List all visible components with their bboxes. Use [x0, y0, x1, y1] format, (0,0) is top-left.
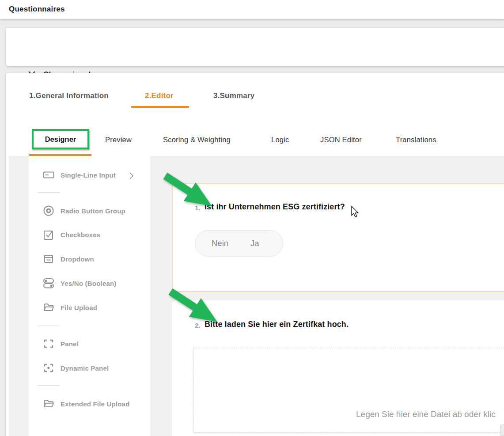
toolbox-item-label: Panel	[61, 340, 79, 348]
boolean-option-nein[interactable]: Nein	[212, 239, 228, 248]
toolbox-item-file-upload[interactable]: File Upload	[43, 302, 97, 313]
question-number: 2.	[195, 322, 201, 329]
file-upload-icon	[43, 302, 54, 313]
toolbox-item-label: Yes/No (Boolean)	[61, 280, 117, 287]
toolbox-item-label: Dropdown	[61, 255, 94, 263]
toolbox-item-boolean[interactable]: Yes/No (Boolean)	[43, 277, 117, 289]
toolbox-item-label: Extended File Upload	[61, 400, 130, 408]
wizard-step-general-information[interactable]: 1.General Information	[29, 91, 109, 100]
toolbox-item-label: Single-Line Input	[61, 171, 116, 179]
screen: Questionnaires Close wizard 1.General In…	[0, 0, 504, 436]
wizard-step-editor[interactable]: 2.Editor	[145, 91, 174, 100]
tab-designer[interactable]: Designer	[45, 135, 76, 144]
close-wizard-card: Close wizard	[6, 28, 504, 66]
toolbox-item-dropdown[interactable]: Dropdown	[43, 253, 94, 265]
question-title: Ist ihr Unternehmen ESG zertifiziert?	[205, 202, 345, 212]
dynamic-panel-icon	[43, 362, 54, 374]
tab-scoring-weighting[interactable]: Scoring & Weighting	[163, 136, 231, 144]
toolbox-item-radio-button-group[interactable]: Radio Button Group	[43, 205, 125, 216]
boolean-option-ja[interactable]: Ja	[250, 239, 259, 248]
toolbox-item-dynamic-panel[interactable]: Dynamic Panel	[43, 362, 109, 374]
toolbox-item-label: Checkboxes	[61, 231, 100, 239]
toolbox-item-label: Dynamic Panel	[61, 364, 109, 372]
dropzone-hint-text: Legen Sie hier eine Datei ab oder klic	[356, 409, 496, 419]
radio-button-group-icon	[43, 205, 54, 216]
toolbox-item-extended-file-upload[interactable]: Extended File Upload	[43, 398, 130, 409]
tab-preview[interactable]: Preview	[105, 136, 132, 144]
toolbox-panel	[29, 156, 150, 436]
toolbox-item-checkboxes[interactable]: Checkboxes	[43, 229, 100, 240]
boolean-icon	[43, 277, 54, 289]
extended-file-upload-icon	[43, 398, 54, 409]
annotation-highlight-box: Designer	[32, 129, 89, 149]
dropdown-icon	[43, 253, 54, 265]
tab-json-editor[interactable]: JSON Editor	[320, 136, 362, 144]
toolbox-item-single-line-input[interactable]: Single-Line Input	[43, 169, 116, 181]
question-number: 1.	[195, 204, 201, 212]
chevron-right-icon[interactable]	[129, 172, 134, 179]
app-header: Questionnaires	[0, 0, 504, 19]
dropzone-button-partial[interactable]	[500, 425, 504, 436]
toolbox-divider	[38, 385, 60, 386]
checkboxes-icon	[43, 229, 54, 240]
toolbox-divider	[38, 192, 60, 193]
file-dropzone[interactable]	[193, 347, 504, 433]
page-title: Questionnaires	[9, 5, 65, 14]
question-title: Bitte laden Sie hier ein Zertifkat hoch.	[205, 320, 349, 329]
wizard-step-summary[interactable]: 3.Summary	[213, 91, 254, 100]
toolbox-item-label: Radio Button Group	[61, 207, 125, 215]
toolbox-item-label: File Upload	[61, 304, 97, 311]
tab-translations[interactable]: Translations	[396, 136, 436, 144]
active-step-indicator	[131, 106, 189, 108]
toolbox-item-panel[interactable]: Panel	[43, 338, 79, 349]
boolean-toggle[interactable]: Nein Ja	[195, 230, 283, 257]
tab-logic[interactable]: Logic	[271, 136, 289, 144]
panel-icon	[43, 338, 54, 349]
single-line-input-icon	[43, 169, 54, 181]
toolbox-divider	[38, 326, 60, 326]
